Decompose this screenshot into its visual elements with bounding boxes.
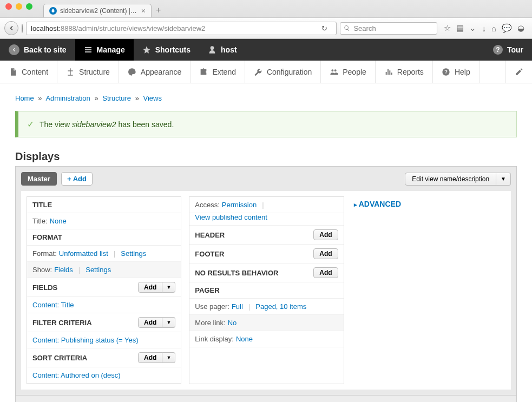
tab-close-icon[interactable]: × [141,7,146,15]
tour-button[interactable]: ? Tour [484,39,532,61]
pager-detail-link[interactable]: Paged, 10 items [255,302,306,311]
column-right: ADVANCED [352,196,505,384]
browser-tab[interactable]: sidebarview2 (Content) | H... × [43,4,152,17]
show-settings-link[interactable]: Settings [86,266,111,274]
hamburger-icon [84,45,93,54]
puzzle-icon [199,68,208,76]
shield-icon[interactable]: ◒ [517,23,524,33]
back-to-site-button[interactable]: Back to site [0,39,75,61]
column-middle: Access: Permission | View published cont… [189,196,344,384]
subnav-people[interactable]: People [321,61,376,83]
format-value-link[interactable]: Unformatted list [59,249,108,258]
subnav-extend[interactable]: Extend [191,61,245,83]
noresults-section-header: NO RESULTS BEHAVIOR [195,269,278,277]
noresults-add-button[interactable]: Add [313,267,338,278]
sort-add-dropdown[interactable]: ▼ [162,352,175,363]
title-value-link[interactable]: None [50,217,67,225]
subnav-help[interactable]: Help [433,61,480,83]
manage-button[interactable]: Manage [75,39,134,61]
breadcrumb-views[interactable]: Views [143,94,162,102]
subnav-appearance[interactable]: Appearance [119,61,191,83]
filter-add-dropdown[interactable]: ▼ [162,317,175,328]
main-content: Home » Administration » Structure » View… [0,83,532,402]
filter-add-button[interactable]: Add [138,317,162,328]
admin-toolbar: Back to site Manage Shortcuts host ? Tou… [0,39,532,61]
star-icon [142,45,151,54]
home-icon[interactable]: ⌂ [491,24,496,33]
more-link-value[interactable]: No [228,319,237,327]
field-item-link[interactable]: Content: Title [32,301,74,309]
url-bar[interactable]: localhost:8888/admin/structure/views/vie… [26,22,337,35]
displays-heading: Displays [15,150,517,163]
filter-section-header: FILTER CRITERIA [32,319,92,327]
access-value-link[interactable]: Permission [222,201,257,209]
footer-add-button[interactable]: Add [313,248,338,259]
nav-back-button[interactable] [4,21,18,35]
structure-icon [66,68,75,76]
breadcrumb-home[interactable]: Home [15,94,34,102]
url-host: localhost:8888/admin/structure/views/vie… [31,24,205,32]
edit-view-dropdown[interactable]: ▼ [496,173,511,186]
user-icon [208,45,216,54]
help-circle-icon: ? [493,45,503,55]
subnav-structure[interactable]: Structure [57,61,119,83]
shortcuts-button[interactable]: Shortcuts [134,39,199,61]
new-tab-button[interactable]: + [152,3,165,17]
status-text: The view sidebarview2 has been saved. [40,120,174,129]
format-section-header: FORMAT [32,233,62,241]
help-icon [442,68,450,76]
format-settings-link[interactable]: Settings [121,249,146,258]
sort-add-button[interactable]: Add [138,352,162,363]
form-actions: Save Cancel [15,396,517,402]
filter-item-link[interactable]: Content: Publishing status (= Yes) [32,336,138,344]
breadcrumb-structure[interactable]: Structure [102,94,131,102]
subnav-configuration[interactable]: Configuration [245,61,321,83]
access-perm-link[interactable]: View published content [195,213,267,221]
add-display-button[interactable]: Add [61,172,93,186]
pencil-icon [515,68,523,76]
check-icon: ✓ [27,119,34,129]
admin-subnav: Content Structure Appearance Extend Conf… [0,61,532,83]
subnav-reports[interactable]: Reports [376,61,433,83]
back-arrow-icon [9,44,19,55]
edit-view-name-button[interactable]: Edit view name/description [405,173,496,186]
link-display-value[interactable]: None [236,335,253,343]
footer-section-header: FOOTER [195,250,224,258]
bookmark-icon[interactable]: ☆ [444,23,451,33]
browser-chrome: sidebarview2 (Content) | H... × + localh… [0,0,532,39]
sort-section-header: SORT CRITERIA [32,354,87,362]
fields-add-dropdown[interactable]: ▼ [162,282,175,293]
subnav-content[interactable]: Content [0,61,57,83]
fields-section-header: FIELDS [32,284,57,292]
subnav-edit-toggle[interactable] [505,61,532,83]
chat-icon[interactable]: 💬 [502,23,512,33]
title-section-header: TITLE [32,201,52,209]
show-value-link[interactable]: Fields [54,266,73,274]
sidebar-icon[interactable]: ▤ [456,23,464,33]
appearance-icon [128,68,136,76]
fields-add-button[interactable]: Add [138,282,162,293]
breadcrumb: Home » Administration » Structure » View… [15,94,517,102]
display-tab-master[interactable]: Master [21,172,57,186]
people-icon [330,68,338,76]
header-add-button[interactable]: Add [313,229,338,240]
displays-panel: Master Add Edit view name/description ▼ … [15,166,517,396]
pocket-icon[interactable]: ⌄ [469,23,476,33]
advanced-toggle[interactable]: ADVANCED [352,196,505,212]
tab-title: sidebarview2 (Content) | H... [60,7,138,15]
user-button[interactable]: host [199,39,246,61]
breadcrumb-admin[interactable]: Administration [45,94,90,102]
header-section-header: HEADER [195,231,225,239]
downloads-icon[interactable]: ↓ [482,24,486,33]
reload-icon[interactable]: ↻ [317,24,332,32]
pager-value-link[interactable]: Full [232,302,243,311]
status-message: ✓ The view sidebarview2 has been saved. [15,111,517,137]
browser-search-box[interactable]: Search [340,22,437,35]
search-icon [344,25,350,31]
drupal-favicon [49,7,57,15]
pager-section-header: PAGER [195,286,219,294]
sort-item-link[interactable]: Content: Authored on (desc) [32,371,121,379]
site-identity-icon[interactable] [22,24,23,32]
document-icon [9,68,17,76]
column-left: TITLE Title: None FORMAT Format: Unforma… [27,196,181,384]
